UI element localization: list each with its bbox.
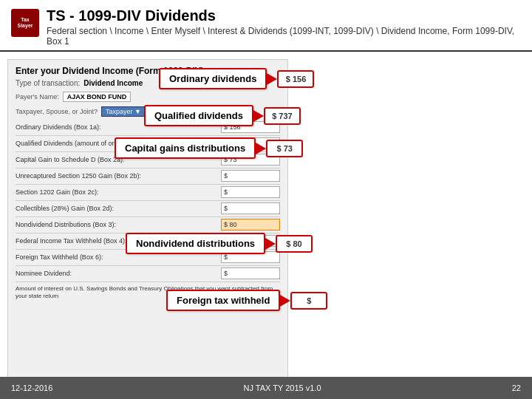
form-row: Nominee Dividend:$: [16, 267, 280, 279]
form-row: Capital Gain to Schedule D (Box 2a):$ 73: [16, 154, 280, 166]
footer-page: 22: [512, 383, 521, 392]
form-row-input[interactable]: $ 73: [221, 154, 280, 166]
form-row-input[interactable]: $: [221, 186, 280, 198]
form-row-label: Unrecaptured Section 1250 Gain (Box 2b):: [16, 172, 221, 180]
logo: TaxSlayer: [11, 9, 39, 37]
form-row-label: Collectibles (28%) Gain (Box 2d):: [16, 205, 221, 213]
payer-label: Payer's Name:: [16, 93, 59, 100]
form-row-label: Foreign Tax Withheld (Box 6):: [16, 253, 221, 262]
form-row-label: Nominee Dividend:: [16, 270, 221, 278]
footer: 12-12-2016 NJ TAX TY 2015 v1.0 22: [0, 377, 532, 399]
form-rows: Ordinary Dividends (Box 1a):$ 156Qualifi…: [16, 121, 280, 282]
form-title: Enter your Dividend Income (Form 1099-DI…: [16, 66, 280, 76]
form-row: Collectibles (28%) Gain (Box 2d):$: [16, 202, 280, 214]
form-row-label: Section 1202 Gain (Box 2c):: [16, 188, 221, 197]
form-row: Federal Income Tax Withheld (Box 4):$: [16, 235, 280, 247]
taxpayer-select[interactable]: Taxpayer ▼: [101, 106, 148, 117]
footer-center: NJ TAX TY 2015 v1.0: [244, 383, 321, 392]
payer-value: AJAX BOND FUND: [63, 92, 132, 102]
form-row-input[interactable]: $: [221, 202, 280, 214]
form-row: Section 1202 Gain (Box 2c):$: [16, 186, 280, 198]
form-row-input[interactable]: $: [221, 267, 280, 279]
form-row-label: Capital Gain to Schedule D (Box 2a):: [16, 156, 221, 164]
form-row: Nondividend Distributions (Box 3):$ 80: [16, 219, 280, 231]
type-value: Dividend Income: [83, 79, 143, 87]
form-row-input[interactable]: $: [221, 251, 280, 263]
type-label: Type of transaction:: [16, 79, 80, 87]
form-row-input[interactable]: $ 80: [221, 219, 280, 231]
form-row-label: Ordinary Dividends (Box 1a):: [16, 123, 221, 132]
footer-note: Amount of interest on U.S. Savings Bonds…: [16, 285, 280, 301]
form-row-label: Qualified Dividends (amount of ordinary …: [16, 140, 221, 148]
form-row: Foreign Tax Withheld (Box 6):$: [16, 251, 280, 263]
taxpayer-value: Taxpayer: [106, 108, 133, 115]
form-row-label: Federal Income Tax Withheld (Box 4):: [16, 237, 221, 245]
form-row-input[interactable]: $: [221, 170, 280, 182]
foreign-tax-value: $: [290, 292, 327, 310]
form-row-input[interactable]: $ 156: [221, 121, 280, 133]
header: TaxSlayer TS - 1099-DIV Dividends Federa…: [0, 0, 532, 52]
main-content: Enter your Dividend Income (Form 1099-DI…: [0, 52, 532, 392]
form-row: Unrecaptured Section 1250 Gain (Box 2b):…: [16, 170, 280, 182]
breadcrumb: Federal section \ Income \ Enter Myself …: [47, 26, 521, 47]
page-title: TS - 1099-DIV Dividends: [47, 7, 521, 24]
form-panel: Enter your Dividend Income (Form 1099-DI…: [7, 59, 288, 384]
form-row: Ordinary Dividends (Box 1a):$ 156: [16, 121, 280, 133]
form-row-input[interactable]: $ 737: [221, 137, 280, 149]
form-row-input[interactable]: $: [221, 235, 280, 247]
form-row-label: Nondividend Distributions (Box 3):: [16, 221, 221, 229]
logo-text: TaxSlayer: [17, 17, 33, 30]
form-row: Qualified Dividends (amount of ordinary …: [16, 137, 280, 149]
footer-date: 12-12-2016: [11, 383, 52, 392]
taxpayer-label: Taxpayer, Spouse, or Joint?: [16, 108, 98, 115]
